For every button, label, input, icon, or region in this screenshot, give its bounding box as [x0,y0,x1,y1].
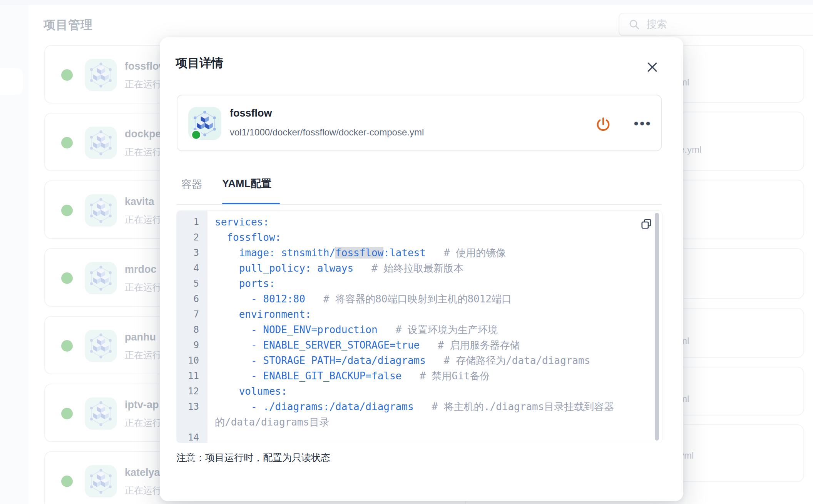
line-number: 7 [177,307,199,322]
code-line: 11 - ENABLE_GIT_BACKUP=false # 禁用Git备份 [177,368,662,384]
project-logo [85,59,117,91]
copy-icon [641,218,652,230]
code-line: 8 - NODE_ENV=production # 设置环境为生产环境 [177,322,662,337]
project-status: 正在运行 [125,281,162,294]
code-scrollbar-thumb[interactable] [655,213,659,441]
project-path: vol1/1000/docker/fossflow/docker-compose… [230,127,424,138]
line-number: 8 [177,322,199,337]
line-number: 9 [177,337,199,353]
project-name: katelya [125,467,160,479]
status-dot [61,205,73,216]
code-line: 1services: [177,214,662,230]
status-dot [61,476,73,487]
cube-icon [88,401,114,427]
project-name: panhu [125,331,156,343]
line-number: 4 [177,260,199,276]
code-line: 13 - ./diagrams:/data/diagrams # 将主机的./d… [177,399,662,430]
project-logo [85,465,117,497]
line-number: 3 [177,245,199,260]
ellipsis-icon: ••• [634,116,652,131]
code-line: 3 image: stnsmith/fossflow:latest # 使用的镜… [177,245,662,260]
top-strip [0,0,813,5]
page-title: 项目管理 [43,17,93,33]
line-content: - ENABLE_GIT_BACKUP=false # 禁用Git备份 [215,368,619,384]
line-number: 10 [177,353,199,368]
cube-icon [88,468,114,494]
code-line: 10 - STORAGE_PATH=/data/diagrams # 存储路径为… [177,353,662,368]
project-status: 正在运行 [125,146,162,158]
project-status: 正在运行 [125,484,162,497]
readonly-note: 注意：项目运行时，配置为只读状态 [176,451,330,464]
project-logo [85,262,117,294]
tab-containers[interactable]: 容器 [181,177,202,191]
line-number: 14 [177,430,199,443]
close-button[interactable] [643,58,661,76]
code-line: 5 ports: [177,276,662,291]
line-number: 6 [177,291,199,307]
tab-divider [177,204,662,205]
line-content: - ENABLE_SERVER_STORAGE=true # 启用服务器存储 [215,337,619,353]
line-content: ports: [215,276,619,291]
line-content: pull_policy: always # 始终拉取最新版本 [215,260,619,276]
tab-yaml-config[interactable]: YAML配置 [222,177,271,190]
project-status: 正在运行 [125,349,162,361]
project-name: iptv-ap [125,399,159,411]
line-number: 1 [177,214,199,230]
search-icon [629,19,640,30]
search-box[interactable] [619,13,813,36]
status-dot [61,137,73,149]
line-number: 11 [177,368,199,384]
sidebar-active-item[interactable] [0,68,23,95]
project-name: fossflow [230,107,272,119]
line-number: 13 [177,399,199,414]
line-content: - NODE_ENV=production # 设置环境为生产环境 [215,322,619,337]
line-content: image: stnsmith/fossflow:latest # 使用的镜像 [215,245,619,260]
project-status: 正在运行 [125,417,162,429]
running-status-dot [191,130,201,140]
project-status: 正在运行 [125,214,162,226]
line-content: - STORAGE_PATH=/data/diagrams # 存储路径为/da… [215,353,619,368]
status-dot [61,272,73,284]
yaml-code-viewer: 1services:2 fossflow:3 image: stnsmith/f… [176,210,662,443]
code-line: 2 fossflow: [177,230,662,245]
status-dot [61,69,73,81]
project-summary-card: fossflow vol1/1000/docker/fossflow/docke… [177,95,662,151]
code-line: 14 [177,430,662,443]
cube-icon [88,130,114,156]
project-logo [85,397,117,430]
line-content: - 8012:80 # 将容器的80端口映射到主机的8012端口 [215,291,619,307]
stop-button[interactable] [593,115,613,135]
line-content: services: [215,214,619,230]
more-menu-button[interactable]: ••• [631,112,655,135]
code-line: 9 - ENABLE_SERVER_STORAGE=true # 启用服务器存储 [177,337,662,353]
project-name: mrdoc [125,264,157,275]
code-line: 12 volumes: [177,384,662,399]
cube-icon [88,333,114,359]
cube-icon [88,197,114,224]
code-line: 7 environment: [177,307,662,322]
search-input[interactable] [646,18,785,30]
line-content: - ./diagrams:/data/diagrams # 将主机的./diag… [215,399,619,430]
project-name: kavita [125,196,154,208]
project-name: dockpe [125,128,161,140]
code-line: 6 - 8012:80 # 将容器的80端口映射到主机的8012端口 [177,291,662,307]
copy-button[interactable] [639,216,654,232]
line-number: 5 [177,276,199,291]
project-logo [85,127,117,159]
code-line: 4 pull_policy: always # 始终拉取最新版本 [177,260,662,276]
cube-icon [88,62,114,88]
status-dot [61,408,73,419]
code-lines: 1services:2 fossflow:3 image: stnsmith/f… [177,214,662,443]
line-content: environment: [215,307,619,322]
line-content: volumes: [215,384,619,399]
project-status: 正在运行 [125,78,162,90]
power-icon [595,117,611,133]
status-dot [61,340,73,352]
modal-title: 项目详情 [176,55,223,71]
project-logo [85,194,117,227]
line-number: 12 [177,384,199,399]
close-icon [647,62,657,72]
page: 项目管理 fossflow正在运行dockpe正在运行kavita正在运行mrd… [0,0,813,504]
project-logo [85,330,117,362]
line-number: 2 [177,230,199,245]
